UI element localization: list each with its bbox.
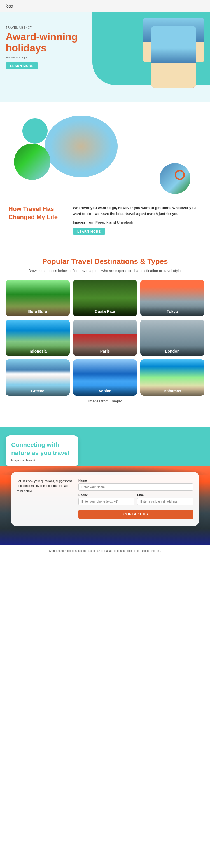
destination-card[interactable]: London — [140, 319, 204, 356]
hero-content: TRAVEL AGENCY Award-winning holidays Ima… — [6, 21, 84, 69]
destination-overlay: Tokyo — [140, 306, 204, 316]
hero-section: TRAVEL AGENCY Award-winning holidays Ima… — [0, 12, 210, 101]
hero-title: Award-winning holidays — [6, 31, 84, 54]
hero-image-credit: Image from Freepik — [6, 56, 84, 59]
email-label: Email — [137, 493, 193, 497]
destination-overlay: Venice — [73, 385, 137, 396]
nature-section: Connecting with nature as you travel Ima… — [0, 427, 210, 545]
footer: Sample text. Click to select the text bo… — [0, 545, 210, 557]
freepik-link[interactable]: Freepik — [95, 220, 108, 224]
destination-overlay: Bora Bora — [6, 306, 70, 316]
hero-woman-image — [151, 26, 196, 88]
destination-label: Venice — [99, 389, 111, 393]
destination-overlay: Bahamas — [140, 385, 204, 396]
destination-overlay: Paris — [73, 346, 137, 356]
destination-card[interactable]: Paris — [73, 319, 137, 356]
destination-label: Greece — [31, 389, 44, 393]
phone-input[interactable] — [79, 498, 134, 505]
destination-label: London — [165, 349, 179, 353]
destination-label: Bahamas — [164, 389, 181, 393]
orange-decorative-ring — [175, 170, 185, 180]
travel-changed-section: How Travel Has Changed My Life Wherever … — [0, 101, 210, 246]
destination-label: Bora Bora — [28, 309, 47, 314]
travel-learn-more-button[interactable]: LEARN MORE — [73, 228, 105, 235]
travel-text-row: How Travel Has Changed My Life Wherever … — [8, 205, 202, 235]
contact-us-button[interactable]: CONTACT US — [79, 509, 193, 519]
destination-card[interactable]: Greece — [6, 359, 70, 396]
travel-heading: How Travel Has Changed My Life — [8, 205, 64, 221]
nature-freepik-link[interactable]: Freepik — [26, 459, 35, 462]
phone-field-group: Phone — [79, 493, 134, 508]
travel-description: Wherever you want to go, however you wan… — [73, 205, 202, 235]
hero-agency-label: TRAVEL AGENCY — [6, 26, 84, 29]
destination-overlay: Greece — [6, 385, 70, 396]
contact-section: Let us know your questions, suggestions … — [11, 472, 199, 526]
teal-decorative-circle — [22, 118, 48, 144]
contact-phone-email-row: Phone Email — [79, 493, 193, 508]
name-label: Name — [79, 479, 193, 482]
nature-heading: Connecting with nature as you travel — [11, 441, 73, 457]
destinations-subtext: Browse the topics below to find travel a… — [6, 269, 204, 273]
header: logo ≡ — [0, 0, 210, 12]
destination-overlay: Indonesia — [6, 346, 70, 356]
travel-images-group — [8, 113, 202, 197]
destination-label: Indonesia — [29, 349, 47, 353]
destinations-credit: Images from Freepik — [6, 399, 204, 403]
nature-card: Connecting with nature as you travel Ima… — [6, 435, 79, 466]
hero-learn-more-button[interactable]: LEARN MORE — [6, 62, 38, 69]
destination-card[interactable]: Tokyo — [140, 280, 204, 316]
unsplash-link[interactable]: Unsplash — [117, 220, 133, 224]
hero-freepik-link[interactable]: Freepik — [19, 56, 27, 59]
destination-overlay: Costa Rica — [73, 306, 137, 316]
travel-beach-photo — [14, 144, 51, 180]
destination-card[interactable]: Indonesia — [6, 319, 70, 356]
destinations-section: Popular Travel Destinations & Types Brow… — [0, 246, 210, 422]
email-field-group: Email — [137, 493, 193, 508]
destination-label: Costa Rica — [95, 309, 115, 314]
travel-desc-text: Wherever you want to go, however you wan… — [73, 205, 202, 217]
contact-top-row: Let us know your questions, suggestions … — [17, 479, 193, 519]
email-input[interactable] — [137, 498, 193, 505]
contact-intro: Let us know your questions, suggestions … — [17, 479, 73, 519]
destinations-heading: Popular Travel Destinations & Types — [6, 257, 204, 266]
contact-intro-text: Let us know your questions, suggestions … — [17, 479, 73, 494]
destinations-grid: Bora BoraCosta RicaTokyoIndonesiaParisLo… — [6, 280, 204, 396]
hamburger-menu-icon[interactable]: ≡ — [201, 3, 204, 9]
destination-card[interactable]: Venice — [73, 359, 137, 396]
nature-credit: Image from Freepik — [11, 459, 73, 462]
contact-form: Name Phone Email CONTACT US — [79, 479, 193, 519]
destination-overlay: London — [140, 346, 204, 356]
footer-text: Sample text. Click to select the text bo… — [6, 549, 204, 553]
phone-label: Phone — [79, 493, 134, 497]
destination-label: Paris — [100, 349, 110, 353]
name-input[interactable] — [79, 483, 193, 491]
travel-image-credits: Images from Freepik and Unsplash — [73, 220, 202, 225]
destination-card[interactable]: Bahamas — [140, 359, 204, 396]
dest-freepik-link[interactable]: Freepik — [110, 399, 122, 403]
destination-label: Tokyo — [167, 309, 178, 314]
travel-group-photo — [45, 116, 118, 177]
destination-card[interactable]: Bora Bora — [6, 280, 70, 316]
destination-card[interactable]: Costa Rica — [73, 280, 137, 316]
travel-ocean-photo — [159, 163, 190, 194]
logo: logo — [6, 4, 13, 8]
travel-heading-text: How Travel Has Changed My Life — [8, 205, 64, 221]
